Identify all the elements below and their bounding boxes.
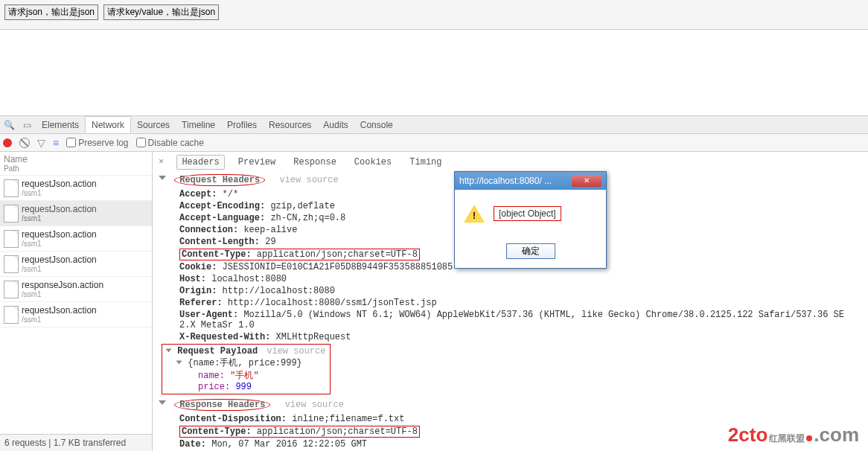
- request-list-item[interactable]: requestJson.action/ssm1: [0, 176, 152, 201]
- header-row: Content-Disposition: inline;filename=f.t…: [179, 414, 862, 424]
- view-list-icon[interactable]: ≡: [53, 137, 59, 149]
- view-source-link[interactable]: view source: [285, 400, 344, 410]
- view-source-link[interactable]: view source: [279, 175, 338, 185]
- chevron-down-icon: [159, 176, 166, 180]
- request-json-button[interactable]: 请求json，输出是json: [4, 4, 98, 20]
- disable-cache-checkbox[interactable]: Disable cache: [136, 138, 204, 148]
- dialog-close-button[interactable]: ✕: [572, 175, 601, 187]
- request-list-pane: Name Path requestJson.action/ssm1request…: [0, 152, 153, 451]
- file-icon: [4, 306, 19, 324]
- dialog-message: [object Object]: [494, 206, 561, 221]
- tab-resources[interactable]: Resources: [263, 117, 317, 133]
- tab-timeline[interactable]: Timeline: [176, 117, 221, 133]
- header-row: Referer: http://localhost:8080/ssm1/json…: [179, 298, 862, 308]
- view-source-link[interactable]: view source: [267, 346, 325, 356]
- page-top-area: 请求json，输出是json 请求key/value，输出是json: [0, 0, 868, 30]
- subtab-timing[interactable]: Timing: [405, 156, 446, 169]
- detail-subtabs: HeadersPreviewResponseCookiesTiming: [176, 157, 455, 167]
- tab-network[interactable]: Network: [85, 116, 131, 133]
- subtab-response[interactable]: Response: [289, 156, 341, 169]
- header-row: X-Requested-With: XMLHttpRequest: [179, 332, 862, 342]
- network-status-bar: 6 requests | 1.7 KB transferred: [0, 434, 152, 451]
- record-icon[interactable]: [3, 138, 12, 147]
- device-icon[interactable]: ▭: [18, 120, 36, 130]
- tab-audits[interactable]: Audits: [317, 117, 354, 133]
- file-icon: [4, 179, 19, 197]
- request-list-item[interactable]: responseJson.action/ssm1: [0, 277, 152, 302]
- dialog-ok-button[interactable]: 确定: [506, 243, 555, 259]
- request-list-item[interactable]: requestJson.action/ssm1: [0, 252, 152, 277]
- request-list-header: Name Path: [0, 152, 152, 176]
- blank-area: [0, 30, 868, 115]
- chevron-down-icon: [159, 400, 166, 405]
- response-headers-section[interactable]: Response Headers view source: [162, 399, 862, 411]
- tab-console[interactable]: Console: [354, 117, 399, 133]
- dialog-title: http://localhost:8080/ ...: [459, 176, 552, 186]
- file-icon: [4, 255, 19, 273]
- subtab-preview[interactable]: Preview: [234, 156, 280, 169]
- request-list-item[interactable]: requestJson.action/ssm1: [0, 201, 152, 226]
- request-payload-section: Request Payloadview source {name:手机, pri…: [162, 344, 331, 394]
- preserve-log-checkbox[interactable]: Preserve log: [66, 138, 128, 148]
- watermark: 2cto红黑联盟.com: [728, 423, 859, 447]
- header-row: User-Agent: Mozilla/5.0 (Windows NT 6.1;…: [179, 310, 862, 330]
- subtab-cookies[interactable]: Cookies: [350, 156, 396, 169]
- header-row: Origin: http://localhost:8080: [179, 286, 862, 296]
- clear-icon[interactable]: [19, 138, 30, 148]
- chevron-down-icon: [176, 361, 182, 365]
- request-keyvalue-button[interactable]: 请求key/value，输出是json: [103, 4, 219, 20]
- alert-dialog: http://localhost:8080/ ... ✕ ! [object O…: [454, 171, 607, 269]
- chevron-down-icon: [166, 349, 172, 353]
- subtab-headers[interactable]: Headers: [176, 155, 224, 170]
- tab-profiles[interactable]: Profiles: [221, 117, 263, 133]
- file-icon: [4, 205, 19, 223]
- tab-sources[interactable]: Sources: [131, 117, 176, 133]
- network-toolbar: ▽ ≡ Preserve log Disable cache: [0, 134, 868, 152]
- request-list-item[interactable]: requestJson.action/ssm1: [0, 302, 152, 327]
- request-list-item[interactable]: requestJson.action/ssm1: [0, 226, 152, 252]
- devtools-body: Name Path requestJson.action/ssm1request…: [0, 152, 868, 451]
- filter-icon[interactable]: ▽: [37, 137, 45, 149]
- inspect-icon[interactable]: 🔍: [0, 120, 18, 130]
- warning-icon: !: [464, 205, 485, 223]
- close-detail-icon[interactable]: ×: [159, 157, 164, 167]
- file-icon: [4, 230, 19, 248]
- dialog-titlebar[interactable]: http://localhost:8080/ ... ✕: [455, 172, 606, 190]
- devtools-tabs: 🔍 ▭ ElementsNetworkSourcesTimelineProfil…: [0, 116, 868, 134]
- file-icon: [4, 281, 19, 298]
- tab-elements[interactable]: Elements: [36, 117, 85, 133]
- header-row: Host: localhost:8080: [179, 274, 862, 284]
- devtools-panel: 🔍 ▭ ElementsNetworkSourcesTimelineProfil…: [0, 115, 868, 451]
